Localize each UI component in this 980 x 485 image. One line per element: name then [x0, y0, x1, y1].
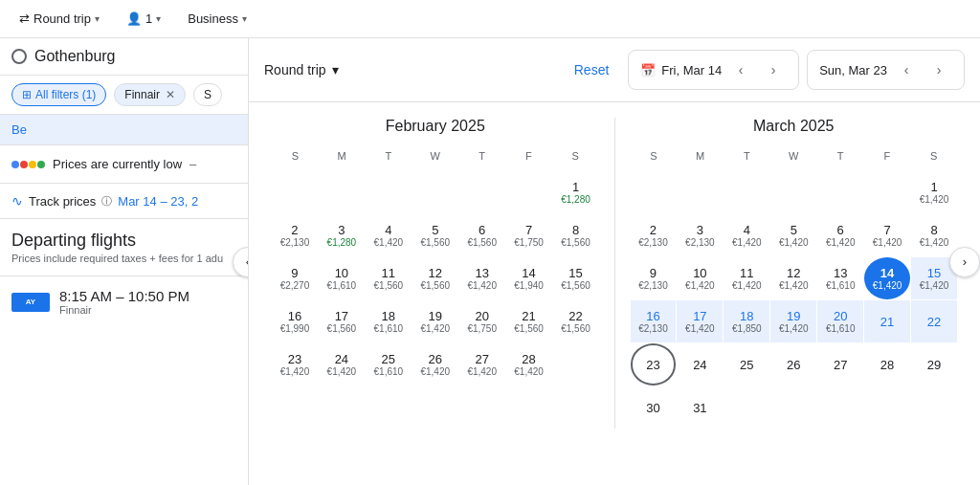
- expand-right-button[interactable]: ›: [949, 247, 980, 277]
- calendar-day-cell[interactable]: 16€2,130: [631, 300, 677, 342]
- calendar-day-cell[interactable]: 16€1,990: [272, 300, 318, 342]
- calendar-day-cell[interactable]: 4€1,420: [724, 214, 769, 256]
- day-price: €1,420: [779, 323, 809, 334]
- calendar-day-cell[interactable]: 7€1,420: [864, 214, 910, 256]
- track-icon: ∿: [11, 193, 23, 209]
- calendar-day-cell[interactable]: 12€1,420: [770, 257, 816, 299]
- calendar-day-cell[interactable]: 12€1,560: [412, 257, 458, 299]
- calendar-day-cell[interactable]: 23: [631, 343, 677, 386]
- day-number: 30: [646, 401, 659, 415]
- calendar-day-cell[interactable]: 20€1,610: [817, 300, 863, 342]
- calendar-day-cell[interactable]: 20€1,750: [459, 300, 505, 342]
- calendar-roundtrip-selector[interactable]: Round trip ▾: [264, 62, 339, 77]
- calendar-day-cell[interactable]: 17€1,420: [677, 300, 723, 342]
- calendar-day-cell[interactable]: 8€1,420: [911, 214, 957, 256]
- calendar-day-cell[interactable]: 2€2,130: [631, 214, 677, 256]
- date-from-prev[interactable]: ‹: [727, 56, 754, 83]
- roundtrip-selector[interactable]: ⇄ Round trip ▾: [11, 8, 107, 30]
- calendar-day-cell[interactable]: 10€1,610: [319, 257, 365, 299]
- day-price: €1,420: [467, 366, 497, 377]
- calendar-day-cell[interactable]: 5€1,560: [412, 214, 458, 256]
- calendar-day-cell[interactable]: 9€2,270: [272, 257, 318, 299]
- class-selector[interactable]: Business ▾: [180, 8, 255, 30]
- date-from-next[interactable]: ›: [760, 56, 787, 83]
- calendar-divider: [614, 118, 615, 429]
- calendar-day-cell[interactable]: 25€1,610: [366, 343, 412, 386]
- day-number: 26: [787, 358, 800, 372]
- date-to-selector[interactable]: Sun, Mar 23 ‹ ›: [807, 50, 965, 90]
- day-price: €2,130: [638, 237, 668, 248]
- calendar-day-cell[interactable]: 27: [817, 343, 863, 386]
- calendar-day-cell[interactable]: 29: [911, 343, 957, 386]
- calendar-day-cell[interactable]: 6€1,560: [459, 214, 505, 256]
- calendar-day-cell[interactable]: 1€1,420: [911, 171, 957, 213]
- calendar-day-cell[interactable]: 26€1,420: [412, 343, 458, 386]
- calendar-day-cell[interactable]: 14€1,420: [864, 257, 910, 299]
- calendar-day-cell[interactable]: 13€1,420: [459, 257, 505, 299]
- calendar-day-cell[interactable]: 18€1,610: [366, 300, 412, 342]
- best-label: Be: [11, 122, 27, 137]
- day-price: €2,130: [280, 237, 310, 248]
- day-number: 27: [475, 352, 488, 366]
- finnair-filter-tag[interactable]: Finnair ✕: [114, 83, 186, 106]
- day-number: 19: [429, 309, 442, 323]
- calendar-day-cell[interactable]: 24€1,420: [319, 343, 365, 386]
- calendar-day-cell[interactable]: 11€1,420: [724, 257, 769, 299]
- calendar-day-cell[interactable]: 3€2,130: [677, 214, 723, 256]
- calendar-day-cell[interactable]: 4€1,420: [366, 214, 412, 256]
- calendar-day-cell[interactable]: 22: [911, 300, 957, 342]
- flight-item[interactable]: AY 8:15 AM – 10:50 PM Finnair: [0, 276, 248, 327]
- calendar-day-cell[interactable]: 14€1,940: [506, 257, 552, 299]
- calendar-day-cell[interactable]: 23€1,420: [272, 343, 318, 386]
- day-price: €1,420: [920, 237, 949, 248]
- calendar-day-cell[interactable]: 7€1,750: [506, 214, 552, 256]
- calendar-day-cell[interactable]: 21€1,560: [506, 300, 552, 342]
- passengers-selector[interactable]: 👤 1 ▾: [119, 8, 168, 30]
- calendar-day-cell[interactable]: 25: [724, 343, 769, 386]
- calendar-day-cell[interactable]: 27€1,420: [459, 343, 505, 386]
- calendar-day-cell[interactable]: 19€1,420: [770, 300, 816, 342]
- calendar-day-cell[interactable]: 10€1,420: [677, 257, 723, 299]
- more-filter-button[interactable]: S: [193, 83, 222, 106]
- roundtrip-label: Round trip: [33, 11, 91, 26]
- calendar-day-cell[interactable]: 11€1,560: [366, 257, 412, 299]
- calendar-day-cell[interactable]: 22€1,560: [553, 300, 599, 342]
- calendar-day-cell[interactable]: 5€1,420: [770, 214, 816, 256]
- finnair-tag-label: Finnair: [124, 88, 160, 101]
- date-to-prev[interactable]: ‹: [893, 56, 920, 83]
- calendar-day-cell[interactable]: 28€1,420: [506, 343, 552, 386]
- track-prices-bar[interactable]: ∿ Track prices ⓘ Mar 14 – 23, 2: [0, 184, 248, 219]
- day-number: 24: [335, 352, 348, 366]
- day-number: 16: [288, 309, 301, 323]
- calendar-day-cell[interactable]: 2€2,130: [272, 214, 318, 256]
- calendar-day-cell[interactable]: 19€1,420: [412, 300, 458, 342]
- date-from-selector[interactable]: 📅 Fri, Mar 14 ‹ ›: [628, 50, 799, 90]
- calendar-day-cell: [724, 386, 769, 429]
- date-to-next[interactable]: ›: [925, 56, 952, 83]
- calendar-day-cell[interactable]: 18€1,850: [724, 300, 769, 342]
- day-price: €2,130: [638, 280, 668, 291]
- calendar-day-cell[interactable]: 6€1,420: [817, 214, 863, 256]
- calendar-day-cell[interactable]: 26: [770, 343, 816, 386]
- calendar-day-cell[interactable]: 3€1,280: [319, 214, 365, 256]
- calendar-day-cell[interactable]: 15€1,560: [553, 257, 599, 299]
- departing-section: Departing flights Prices include require…: [0, 219, 248, 268]
- calendar-day-cell[interactable]: 8€1,560: [553, 214, 599, 256]
- reset-button[interactable]: Reset: [574, 62, 610, 77]
- calendar-day-cell[interactable]: 1€1,280: [553, 171, 599, 213]
- calendar-day-cell[interactable]: 24: [677, 343, 723, 386]
- calendar-day-cell[interactable]: 9€2,130: [631, 257, 677, 299]
- day-number: 19: [787, 309, 800, 323]
- day-price: €1,610: [826, 323, 856, 334]
- calendar-day-cell[interactable]: 30: [631, 386, 677, 429]
- class-label: Business: [188, 11, 238, 26]
- calendar-day-cell[interactable]: 13€1,610: [817, 257, 863, 299]
- calendar-day-cell[interactable]: 21: [864, 300, 910, 342]
- calendar-day-cell[interactable]: 31: [677, 386, 723, 429]
- calendar-day-cell[interactable]: 28: [864, 343, 910, 386]
- finnair-remove-icon[interactable]: ✕: [166, 88, 175, 101]
- calendar-day-cell: [553, 343, 599, 386]
- calendar-day-cell[interactable]: 17€1,560: [319, 300, 365, 342]
- all-filters-button[interactable]: ⊞ All filters (1): [11, 83, 106, 106]
- day-price: €1,610: [826, 280, 856, 291]
